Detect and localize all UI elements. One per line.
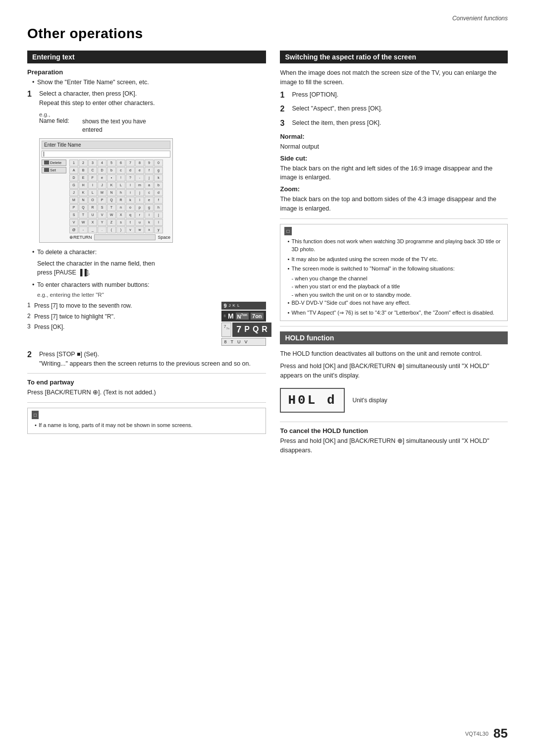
delete-bullet: To delete a character: bbox=[32, 248, 266, 257]
note-bullet-left: If a name is long, parts of it may not b… bbox=[35, 421, 262, 430]
numpad-image: 9JKL 6 M N7on 7on 77n 7 P Q bbox=[221, 302, 266, 346]
delete-desc: Select the character in the name field, … bbox=[37, 259, 266, 278]
num-step-2: 2 Press [7] twice to highlight "R". bbox=[27, 313, 216, 321]
note-box-left: □ If a name is long, parts of it may not… bbox=[27, 408, 266, 434]
step-2: 2 Press [STOP ■] (Set). "Writing..." app… bbox=[27, 350, 266, 369]
sidecut-text: The black bars on the right and left sid… bbox=[280, 164, 508, 183]
step-1: 1 Select a character, then press [OK]. R… bbox=[27, 89, 266, 108]
units-display-label: Unit's display bbox=[353, 397, 387, 404]
number-buttons-eg-label: e.g., entering the letter "R" bbox=[37, 292, 266, 298]
ar-note-bullet-5: When "TV Aspect" (⇒ 76) is set to "4:3" … bbox=[287, 309, 503, 317]
ar-step-3-content: Select the item, then press [OK]. bbox=[292, 118, 508, 128]
kb-right-panel: 1234567890 ABCDbcdefg DEFe•!?-jk GHIJKLl… bbox=[69, 160, 170, 240]
eg-label: e.g., bbox=[39, 111, 266, 117]
page-container: Convenient functions Other operations En… bbox=[0, 0, 535, 756]
hold-header: HOLD function bbox=[280, 331, 508, 344]
normal-heading: Normal: bbox=[280, 133, 508, 140]
divider-2 bbox=[27, 402, 266, 403]
ar-note-bullet-2: It may also be adjusted using the screen… bbox=[287, 255, 503, 264]
step-2-content: Press [STOP ■] (Set). "Writing..." appea… bbox=[39, 350, 266, 369]
hold-instruction: Press and hold [OK] and [BACK/RETURN ⊕] … bbox=[280, 362, 508, 380]
ar-step-2-num: 2 bbox=[280, 104, 289, 114]
note-icon-left: □ bbox=[32, 411, 39, 419]
preparation-bullet: Show the "Enter Title Name" screen, etc. bbox=[32, 78, 266, 87]
vqt-label: VQT4L30 bbox=[465, 731, 488, 737]
ar-step-1-num: 1 bbox=[280, 90, 289, 101]
kb-left-panel: Delete Set bbox=[42, 160, 66, 240]
note-box-right: □ This function does not work when watch… bbox=[280, 224, 508, 322]
top-label: Convenient functions bbox=[27, 15, 508, 22]
ar-step-1: 1 Press [OPTION]. bbox=[280, 90, 508, 101]
name-field-label: Name field: bbox=[39, 117, 76, 124]
sidecut-heading: Side cut: bbox=[280, 155, 508, 162]
zoom-heading: Zoom: bbox=[280, 185, 508, 193]
col-left: Entering text Preparation Show the "Ente… bbox=[27, 51, 266, 438]
col-right: Switching the aspect ratio of the screen… bbox=[280, 51, 508, 458]
hold-display: H0L d bbox=[280, 388, 344, 413]
aspect-ratio-header: Switching the aspect ratio of the screen bbox=[280, 51, 508, 63]
ar-note-bullet-1: This function does not work when watchin… bbox=[287, 237, 503, 254]
divider-4 bbox=[280, 326, 508, 326]
cancel-hold-text: Press and hold [OK] and [BACK/RETURN ⊕] … bbox=[280, 436, 508, 455]
zoom-text: The black bars on the top and bottom sid… bbox=[280, 195, 508, 214]
ar-step-3: 3 Select the item, then press [OK]. bbox=[280, 118, 508, 129]
step-2-num: 2 bbox=[27, 350, 36, 360]
name-field-row: Name field: shows the text you have ente… bbox=[39, 117, 266, 134]
ar-note-bullet-3: The screen mode is switched to "Normal" … bbox=[287, 265, 503, 273]
end-partway-text: Press [BACK/RETURN ⊕]. (Text is not adde… bbox=[27, 388, 266, 397]
ar-note-bullet-4: BD-V DVD-V "Side cut" does not have any … bbox=[287, 299, 503, 307]
number-buttons-bullet: To enter characters with number buttons: bbox=[32, 280, 266, 290]
num-step-3: 3 Press [OK]. bbox=[27, 323, 216, 331]
ar-step-1-content: Press [OPTION]. bbox=[292, 90, 508, 100]
ar-note-subbullets: - when you change the channel - when you… bbox=[291, 274, 503, 299]
preparation-heading: Preparation bbox=[27, 68, 266, 76]
num-step-1: 1 Press [7] to move to the seventh row. bbox=[27, 302, 216, 310]
entering-text-header: Entering text bbox=[27, 51, 266, 63]
kb-main-area: Delete Set 1234567890 bbox=[42, 160, 170, 240]
note-icon-right: □ bbox=[284, 227, 291, 235]
eg-block: e.g., Name field: shows the text you hav… bbox=[39, 111, 266, 243]
ar-step-2: 2 Select "Aspect", then press [OK]. bbox=[280, 104, 508, 114]
kb-title: Enter Title Name bbox=[42, 141, 170, 149]
num-steps-list: 1 Press [7] to move to the seventh row. … bbox=[27, 302, 216, 334]
ar-step-2-content: Select "Aspect", then press [OK]. bbox=[292, 104, 508, 113]
page-num-area: VQT4L30 85 bbox=[465, 726, 508, 741]
kb-rows: 1234567890 ABCDbcdefg DEFe•!?-jk GHIJKLl… bbox=[69, 160, 170, 233]
ar-step-3-num: 3 bbox=[280, 118, 289, 129]
normal-text: Normal output bbox=[280, 142, 508, 152]
page-title: Other operations bbox=[27, 26, 508, 42]
divider-5 bbox=[280, 422, 508, 422]
set-btn: Set bbox=[42, 167, 66, 173]
hold-intro: The HOLD function deactivates all button… bbox=[280, 349, 508, 359]
number-buttons-eg: 1 Press [7] to move to the seventh row. … bbox=[27, 302, 266, 346]
end-partway-heading: To end partway bbox=[27, 378, 266, 386]
kb-bottom-row: ⊕RETURN Space bbox=[69, 234, 170, 240]
step-1-num: 1 bbox=[27, 89, 36, 100]
two-col-layout: Entering text Preparation Show the "Ente… bbox=[27, 51, 508, 458]
page-number: 85 bbox=[493, 726, 508, 741]
cancel-hold-heading: To cancel the HOLD function bbox=[280, 427, 508, 434]
hold-display-row: H0L d Unit's display bbox=[280, 384, 508, 417]
delete-btn: Delete bbox=[42, 160, 66, 166]
step-1-content: Select a character, then press [OK]. Rep… bbox=[39, 89, 266, 108]
name-field-desc: shows the text you have entered bbox=[82, 117, 146, 134]
divider-1 bbox=[27, 373, 266, 374]
aspect-ratio-intro: When the image does not match the screen… bbox=[280, 68, 508, 87]
keyboard-image: Enter Title Name Delete bbox=[39, 138, 173, 243]
divider-3 bbox=[280, 218, 508, 219]
